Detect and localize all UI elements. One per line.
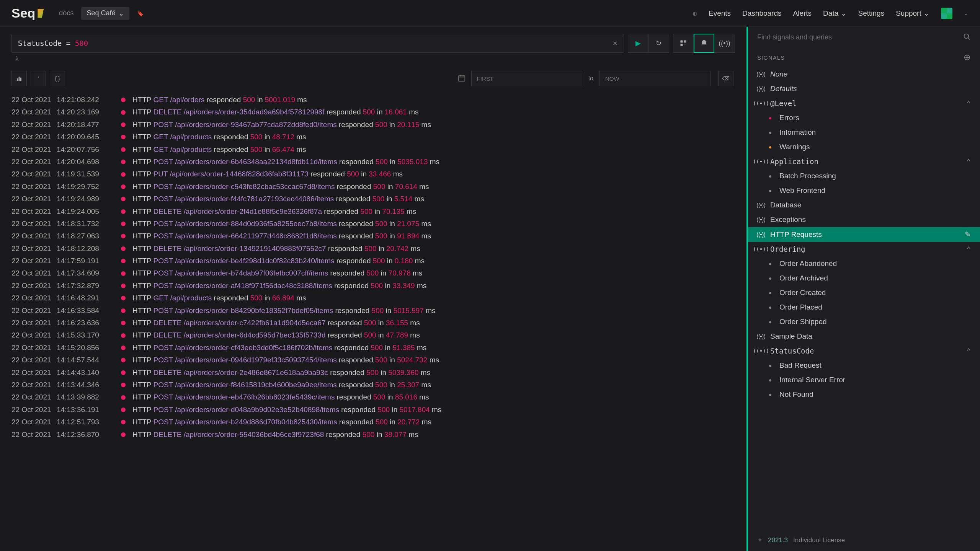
workspace-dropdown[interactable]: Seq Café ⌄ (81, 7, 129, 20)
signal-sub-item[interactable]: ●Order Archived (748, 271, 980, 285)
chart-button[interactable] (11, 71, 27, 86)
refresh-button[interactable]: ↻ (648, 34, 669, 53)
event-row[interactable]: 22 Oct 202114:20:07.756HTTP GET /api/pro… (11, 143, 735, 156)
level-dot-icon (121, 98, 126, 102)
event-row[interactable]: 22 Oct 202114:21:08.242HTTP GET /api/ord… (11, 94, 735, 106)
calendar-icon[interactable] (457, 74, 466, 83)
event-row[interactable]: 22 Oct 202114:13:39.882HTTP POST /api/or… (11, 391, 735, 403)
add-signal-button[interactable]: ⊕ (964, 52, 971, 62)
stream-button[interactable]: ((•)) (714, 34, 735, 53)
date-to-input[interactable] (599, 71, 710, 86)
avatar[interactable] (941, 8, 952, 19)
signal-icon: ((•)) (757, 333, 765, 339)
run-button[interactable]: ▶ (628, 34, 648, 53)
event-row[interactable]: 22 Oct 202114:20:23.169HTTP DELETE /api/… (11, 106, 735, 118)
signal-sub-item[interactable]: ●Internal Server Error (748, 373, 980, 387)
nav-data[interactable]: Data ⌄ (823, 9, 846, 18)
clear-search-icon[interactable]: ✕ (612, 40, 617, 47)
signal-item[interactable]: ((•))None (748, 67, 980, 82)
signal-item[interactable]: ((•))Defaults (748, 82, 980, 96)
search-box[interactable]: StatusCode = 500 ✕ (11, 34, 624, 53)
event-row[interactable]: 22 Oct 202114:19:24.005HTTP DELETE /api/… (11, 205, 735, 218)
signal-label: Order Shipped (779, 318, 827, 326)
logo[interactable]: Seq (11, 6, 44, 21)
chevron-up-icon[interactable]: ⌃ (967, 347, 971, 355)
nav-alerts[interactable]: Alerts (793, 9, 812, 18)
svg-rect-2 (681, 44, 683, 46)
event-date: 22 Oct 2021 (11, 317, 50, 329)
date-from-input[interactable] (471, 71, 582, 86)
signal-sub-item[interactable]: ●Bad Request (748, 358, 980, 373)
event-row[interactable]: 22 Oct 202114:19:31.539HTTP PUT /api/ord… (11, 168, 735, 180)
signal-item[interactable]: ((•))HTTP Requests✎ (748, 227, 980, 242)
event-row[interactable]: 22 Oct 202114:18:27.063HTTP POST /api/or… (11, 230, 735, 242)
event-row[interactable]: 22 Oct 202114:18:12.208HTTP DELETE /api/… (11, 243, 735, 255)
signal-label: Application (770, 157, 818, 166)
signal-sub-item[interactable]: ●Order Placed (748, 300, 980, 315)
event-row[interactable]: 22 Oct 202114:16:23.636HTTP DELETE /api/… (11, 317, 735, 329)
event-row[interactable]: 22 Oct 202114:14:57.544HTTP POST /api/or… (11, 354, 735, 366)
event-row[interactable]: 22 Oct 202114:17:32.879HTTP POST /api/or… (11, 280, 735, 292)
lambda-indicator[interactable]: λ (11, 53, 735, 65)
add-dashboard-button[interactable]: + (673, 34, 694, 53)
signal-item[interactable]: ((•))Database (748, 198, 980, 212)
event-row[interactable]: 22 Oct 202114:17:34.609HTTP POST /api/or… (11, 267, 735, 279)
signal-item[interactable]: ((•))@Level⌃ (748, 96, 980, 111)
signal-item[interactable]: ((•))Ordering⌃ (748, 242, 980, 256)
event-row[interactable]: 22 Oct 202114:13:44.346HTTP POST /api/or… (11, 379, 735, 391)
braces-button[interactable]: { } (50, 71, 65, 86)
event-time: 14:16:23.636 (57, 317, 114, 329)
signal-sub-item[interactable]: ●Batch Processing (748, 169, 980, 183)
chevron-up-icon[interactable]: ⌃ (967, 245, 971, 253)
level-dot-icon (121, 197, 126, 201)
event-row[interactable]: 22 Oct 202114:17:59.191HTTP POST /api/or… (11, 255, 735, 267)
signal-sub-item[interactable]: ●Warnings (748, 140, 980, 154)
event-row[interactable]: 22 Oct 202114:15:33.170HTTP DELETE /api/… (11, 329, 735, 341)
event-row[interactable]: 22 Oct 202114:13:36.191HTTP POST /api/or… (11, 404, 735, 416)
nav-dashboards[interactable]: Dashboards (742, 9, 781, 18)
signal-sub-item[interactable]: ●Order Shipped (748, 315, 980, 329)
signal-sub-item[interactable]: ●Order Abandoned (748, 256, 980, 271)
event-row[interactable]: 22 Oct 202114:12:36.870HTTP DELETE /api/… (11, 429, 735, 441)
chevron-up-icon[interactable]: ⌃ (967, 157, 971, 166)
bullet-icon: ● (766, 275, 774, 281)
signal-sub-item[interactable]: ●Information (748, 125, 980, 140)
edit-icon[interactable]: ✎ (965, 230, 971, 239)
bullet-icon: ● (766, 144, 774, 150)
event-row[interactable]: 22 Oct 202114:20:09.645HTTP GET /api/pro… (11, 131, 735, 143)
nav-events[interactable]: Events (709, 9, 731, 18)
event-row[interactable]: 22 Oct 202114:15:20.856HTTP POST /api/or… (11, 342, 735, 354)
nav-support[interactable]: Support ⌄ (896, 9, 929, 18)
signal-sub-item[interactable]: ●Order Created (748, 285, 980, 300)
clear-dates-button[interactable]: ⌫ (718, 71, 733, 86)
signals-search-input[interactable] (757, 33, 963, 41)
nav-settings[interactable]: Settings (858, 9, 885, 18)
event-row[interactable]: 22 Oct 202114:16:48.291HTTP GET /api/pro… (11, 292, 735, 304)
theme-icon[interactable]: ◐ (693, 10, 697, 16)
search-input[interactable]: StatusCode = 500 (18, 39, 612, 47)
event-message: HTTP POST /api/orders/order-b84290bfe183… (132, 305, 436, 316)
event-row[interactable]: 22 Oct 202114:19:24.989HTTP POST /api/or… (11, 193, 735, 205)
add-alert-button[interactable]: + (694, 34, 714, 53)
signal-item[interactable]: ((•))StatusCode⌃ (748, 344, 980, 358)
event-row[interactable]: 22 Oct 202114:18:31.732HTTP POST /api/or… (11, 218, 735, 230)
signal-item[interactable]: ((•))Application⌃ (748, 154, 980, 169)
signal-sub-item[interactable]: ●Errors (748, 111, 980, 125)
event-row[interactable]: 22 Oct 202114:19:29.752HTTP POST /api/or… (11, 181, 735, 193)
signal-item[interactable]: ((•))Sample Data (748, 329, 980, 344)
event-row[interactable]: 22 Oct 202114:16:33.584HTTP POST /api/or… (11, 305, 735, 317)
signal-item[interactable]: ((•))Exceptions (748, 212, 980, 227)
event-row[interactable]: 22 Oct 202114:20:18.477HTTP POST /api/or… (11, 119, 735, 131)
event-row[interactable]: 22 Oct 202114:14:43.140HTTP DELETE /api/… (11, 367, 735, 379)
event-time: 14:18:27.063 (57, 230, 114, 242)
signal-sub-item[interactable]: ●Not Found (748, 387, 980, 402)
docs-link[interactable]: docs (59, 9, 74, 17)
chevron-down-icon[interactable]: ⌄ (964, 10, 969, 16)
signal-sub-item[interactable]: ●Web Frontend (748, 183, 980, 198)
event-row[interactable]: 22 Oct 202114:20:04.698HTTP POST /api/or… (11, 156, 735, 168)
event-row[interactable]: 22 Oct 202114:12:51.793HTTP POST /api/or… (11, 416, 735, 428)
bookmark-icon[interactable]: 🔖 (137, 10, 144, 16)
tick-button[interactable]: ' (31, 71, 46, 86)
search-icon[interactable] (963, 33, 971, 42)
chevron-up-icon[interactable]: ⌃ (967, 99, 971, 108)
